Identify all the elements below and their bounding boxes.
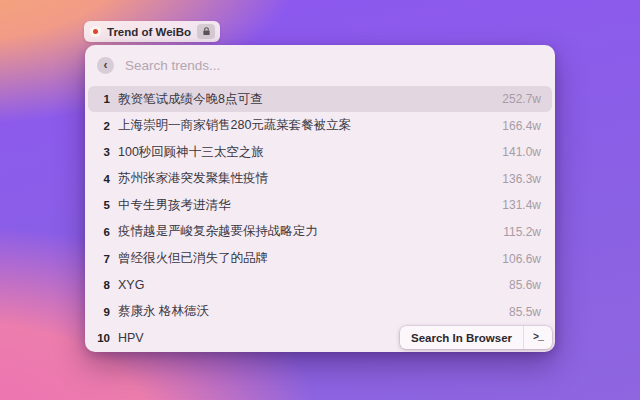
weibo-trend-logo-icon	[90, 26, 101, 37]
trend-count: 166.4w	[502, 119, 541, 133]
trend-count: 131.4w	[502, 198, 541, 212]
trend-list: 1 教资笔试成绩今晚8点可查 252.7w 2 上海崇明一商家销售280元蔬菜套…	[85, 86, 555, 351]
trend-title: 蔡康永 格林德沃	[118, 303, 499, 320]
trend-rank: 9	[94, 306, 110, 318]
trend-count: 136.3w	[502, 172, 541, 186]
trend-title: 疫情越是严峻复杂越要保持战略定力	[118, 223, 493, 240]
trend-row[interactable]: 7 曾经很火但已消失了的品牌 106.6w	[88, 246, 552, 272]
trend-row[interactable]: 2 上海崇明一商家销售280元蔬菜套餐被立案 166.4w	[88, 113, 552, 139]
trend-rank: 3	[94, 146, 110, 158]
trend-title: XYG	[118, 278, 499, 292]
trend-row[interactable]: 1 教资笔试成绩今晚8点可查 252.7w	[88, 86, 552, 112]
terminal-prompt-icon[interactable]: >_	[524, 326, 552, 349]
trend-rank: 6	[94, 226, 110, 238]
trend-title: 100秒回顾神十三太空之旅	[118, 144, 492, 161]
trend-row[interactable]: 8 XYG 85.6w	[88, 272, 552, 298]
plugin-title: Trend of WeiBo	[107, 26, 191, 38]
trend-row[interactable]: 3 100秒回顾神十三太空之旅 141.0w	[88, 139, 552, 165]
trend-count: 115.2w	[503, 225, 541, 239]
trend-count: 85.5w	[509, 305, 541, 319]
back-button[interactable]: ‹	[97, 57, 114, 74]
trend-row[interactable]: 9 蔡康永 格林德沃 85.5w	[88, 299, 552, 325]
trend-count: 141.0w	[502, 145, 541, 159]
trend-row[interactable]: 4 苏州张家港突发聚集性疫情 136.3w	[88, 166, 552, 192]
trend-count: 106.6w	[502, 252, 541, 266]
trend-title: 苏州张家港突发聚集性疫情	[118, 170, 492, 187]
plugin-title-chip[interactable]: Trend of WeiBo	[84, 21, 220, 42]
trend-rank: 2	[94, 120, 110, 132]
trend-rank: 10	[94, 332, 110, 344]
trend-title: 中专生男孩考进清华	[118, 197, 492, 214]
trend-rank: 5	[94, 199, 110, 211]
trend-title: 上海崇明一商家销售280元蔬菜套餐被立案	[118, 117, 492, 134]
lock-icon[interactable]	[197, 24, 215, 39]
trend-count: 252.7w	[502, 92, 541, 106]
trend-row[interactable]: 6 疫情越是严峻复杂越要保持战略定力 115.2w	[88, 219, 552, 245]
footer-action-bar: Search In Browser >_	[400, 326, 552, 349]
trend-rank: 7	[94, 253, 110, 265]
trend-rank: 1	[94, 93, 110, 105]
trend-row[interactable]: 5 中专生男孩考进清华 131.4w	[88, 192, 552, 218]
trend-title: 教资笔试成绩今晚8点可查	[118, 91, 492, 108]
search-bar: ‹	[85, 45, 555, 86]
chevron-left-icon: ‹	[104, 59, 108, 71]
search-input[interactable]	[125, 58, 543, 73]
trend-rank: 4	[94, 173, 110, 185]
search-in-browser-button[interactable]: Search In Browser	[400, 326, 523, 349]
trend-title: 曾经很火但已消失了的品牌	[118, 250, 492, 267]
trend-rank: 8	[94, 279, 110, 291]
trend-count: 85.6w	[509, 278, 541, 292]
trend-panel: ‹ 1 教资笔试成绩今晚8点可查 252.7w 2 上海崇明一商家销售280元蔬…	[85, 45, 555, 352]
